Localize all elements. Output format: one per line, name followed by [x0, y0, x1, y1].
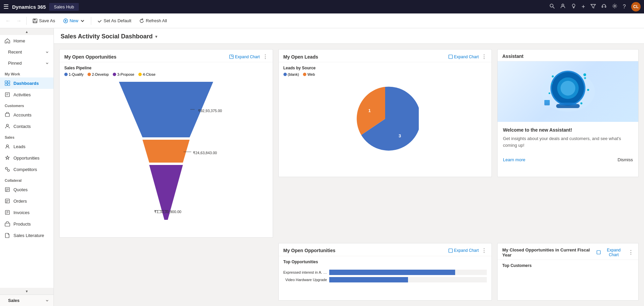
- quotes-icon: [5, 187, 10, 192]
- svg-rect-67: [449, 249, 452, 252]
- sidebar-item-accounts[interactable]: Accounts: [0, 109, 54, 121]
- svg-rect-35: [5, 223, 10, 226]
- funnel-chart-title: Sales Pipeline: [64, 66, 268, 70]
- new-label: New: [70, 18, 78, 23]
- add-icon[interactable]: +: [582, 3, 585, 10]
- collateral-section: Collateral: [0, 175, 54, 184]
- leads-card-header: My Open Leads Expand Chart ⋮: [279, 49, 492, 62]
- sidebar-item-recent[interactable]: Recent: [0, 46, 54, 58]
- assistant-card: Assistant: [497, 49, 639, 177]
- svg-point-55: [561, 81, 575, 96]
- sidebar-item-sales-literature[interactable]: Sales Literature: [0, 230, 54, 241]
- set-default-button[interactable]: Set As Default: [94, 16, 135, 25]
- sidebar-item-orders[interactable]: Orders: [0, 195, 54, 207]
- svg-point-2: [562, 4, 564, 6]
- bar-fill-2: [329, 277, 408, 282]
- lightbulb-icon[interactable]: [571, 3, 576, 10]
- main-layout: ▲ Home Recent Pinned My Work Dashboards: [0, 28, 644, 306]
- sidebar-item-opportunities[interactable]: Opportunities: [0, 152, 54, 164]
- svg-text:3: 3: [399, 133, 401, 138]
- open-opp-bar-more-button[interactable]: ⋮: [481, 247, 487, 254]
- leads-card: My Open Leads Expand Chart ⋮ Leads by So…: [278, 49, 492, 177]
- dismiss-button[interactable]: Dismiss: [618, 157, 633, 162]
- contact-icon[interactable]: [560, 3, 566, 10]
- svg-rect-64: [560, 103, 576, 105]
- products-icon: [5, 221, 10, 227]
- assistant-welcome-desc: Get insights about your deals and custom…: [503, 135, 633, 148]
- svg-point-27: [7, 169, 9, 171]
- sidebar-item-quotes[interactable]: Quotes: [0, 184, 54, 195]
- open-opp-bar-expand-icon: [448, 248, 453, 253]
- assistant-text-area: Welcome to the new Assistant! Get insigh…: [498, 122, 638, 154]
- title-caret[interactable]: ▾: [155, 34, 158, 39]
- opportunities-more-button[interactable]: ⋮: [263, 54, 268, 60]
- refresh-button[interactable]: Refresh All: [136, 16, 170, 25]
- help-icon[interactable]: ?: [623, 4, 626, 10]
- legend-blank: (blank): [283, 72, 299, 76]
- assistant-card-title: Assistant: [502, 54, 523, 59]
- svg-text:1: 1: [368, 108, 371, 113]
- save-as-label: Save As: [39, 18, 55, 23]
- sidebar-item-products[interactable]: Products: [0, 218, 54, 230]
- sidebar-item-home[interactable]: Home: [0, 35, 54, 46]
- open-opp-bar-title: My Open Opportunities: [283, 248, 336, 253]
- svg-rect-5: [602, 6, 603, 7]
- module-name[interactable]: Sales Hub: [49, 3, 79, 11]
- svg-point-24: [6, 124, 8, 126]
- closed-opp-card: My Closed Opportunities in Current Fisca…: [497, 243, 639, 301]
- top-bar: ☰ Dynamics 365 Sales Hub + ? CL: [0, 0, 644, 13]
- opportunities-expand-button[interactable]: Expand Chart: [229, 55, 260, 59]
- pie-chart-title: Leads by Source: [283, 66, 487, 70]
- closed-opp-header: My Closed Opportunities in Current Fisca…: [498, 243, 638, 260]
- svg-marker-40: [142, 140, 190, 163]
- back-button[interactable]: ←: [3, 16, 13, 26]
- settings-icon[interactable]: [612, 3, 617, 10]
- sidebar-item-dashboards[interactable]: Dashboards: [0, 77, 54, 89]
- save-icon: [33, 19, 37, 23]
- hamburger-icon[interactable]: ☰: [3, 3, 9, 10]
- toolbar-separator-1: [26, 17, 27, 25]
- sidebar-item-leads[interactable]: Leads: [0, 141, 54, 152]
- leads-more-button[interactable]: ⋮: [481, 54, 487, 60]
- headset-icon[interactable]: [601, 3, 607, 10]
- opportunities-card-actions: Expand Chart ⋮: [229, 54, 268, 60]
- accounts-icon: [5, 112, 10, 117]
- sidebar-item-pinned[interactable]: Pinned: [0, 58, 54, 69]
- learn-more-button[interactable]: Learn more: [503, 157, 525, 162]
- sidebar-item-competitors[interactable]: Competitors: [0, 164, 54, 175]
- dashboards-icon: [5, 80, 10, 86]
- sidebar-item-contacts[interactable]: Contacts: [0, 121, 54, 132]
- svg-text:₹24,63,843.00: ₹24,63,843.00: [193, 151, 217, 155]
- legend-dot-2: [88, 73, 91, 76]
- closed-opp-expand-button[interactable]: Expand Chart: [597, 248, 625, 257]
- filter-icon[interactable]: [590, 3, 596, 10]
- save-as-button[interactable]: Save As: [29, 16, 59, 25]
- sales-section: Sales: [0, 132, 54, 141]
- contacts-icon: [5, 124, 10, 129]
- closed-opp-more-button[interactable]: ⋮: [628, 249, 634, 256]
- sidebar-item-invoices[interactable]: Invoices: [0, 207, 54, 218]
- leads-expand-button[interactable]: Expand Chart: [448, 55, 479, 59]
- svg-rect-19: [8, 83, 10, 86]
- dashboard-grid: My Open Opportunities Expand Chart ⋮ Sal…: [54, 44, 644, 306]
- bar-chart-title: Top Opportunities: [283, 260, 487, 264]
- activities-icon: [5, 92, 10, 97]
- app-name: Dynamics 365: [12, 4, 46, 10]
- svg-point-58: [587, 89, 589, 91]
- open-opp-bar-card: My Open Opportunities Expand Chart ⋮ Top…: [278, 243, 492, 301]
- legend-dot-4: [138, 73, 142, 76]
- closed-opp-body: Top Customers: [498, 260, 638, 301]
- sidebar-scroll-down[interactable]: ▼: [0, 288, 54, 295]
- svg-text:✦: ✦: [583, 75, 587, 81]
- sidebar-scroll-up[interactable]: ▲: [0, 28, 54, 35]
- avatar[interactable]: CL: [631, 2, 641, 11]
- sidebar-item-activities[interactable]: Activities: [0, 89, 54, 100]
- new-button[interactable]: New: [60, 16, 88, 25]
- sidebar-bottom-item[interactable]: S Sales: [0, 295, 54, 306]
- forward-button[interactable]: →: [14, 16, 24, 26]
- literature-icon: [5, 233, 10, 238]
- open-opp-bar-expand-button[interactable]: Expand Chart: [448, 248, 479, 253]
- toolbar: ← → Save As New Set As Default Refresh A…: [0, 13, 644, 28]
- search-icon[interactable]: [549, 3, 555, 10]
- top-opportunities-bar-chart: Expressed interest in A. Da... Video Har…: [283, 268, 487, 286]
